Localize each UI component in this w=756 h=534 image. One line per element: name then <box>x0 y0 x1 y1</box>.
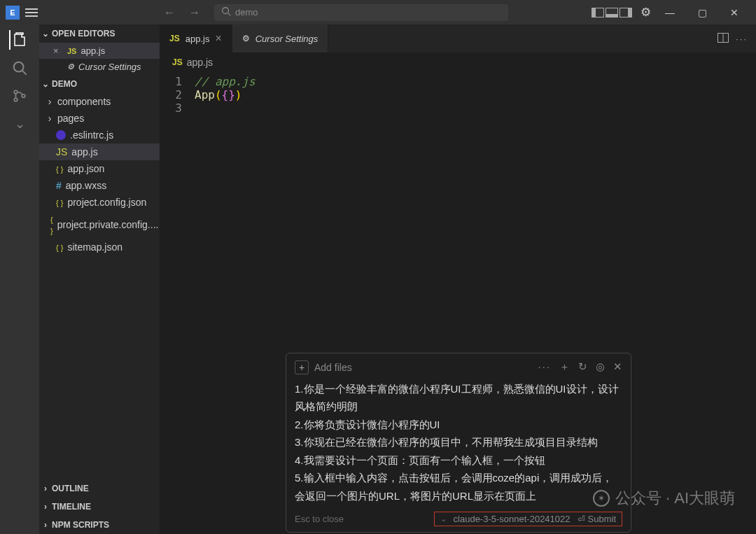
code-text: App({}) <box>195 88 241 101</box>
add-files-button[interactable]: + <box>295 360 309 374</box>
tree-file[interactable]: app.json <box>39 160 160 177</box>
close-icon[interactable]: × <box>53 62 63 72</box>
svg-point-5 <box>14 98 18 101</box>
json-file-icon <box>56 163 63 174</box>
tabs: JS app.js × ⚙ Cursor Settings ··· <box>160 24 756 52</box>
layout-left-icon[interactable] <box>592 8 604 17</box>
svg-point-4 <box>14 90 18 94</box>
chevron-right-icon: › <box>42 502 49 512</box>
menu-icon[interactable] <box>25 8 38 17</box>
folder-name: pages <box>57 113 84 124</box>
project-label: DEMO <box>52 79 77 89</box>
js-file-icon: JS <box>172 57 183 67</box>
section-label: OUTLINE <box>52 484 89 493</box>
folder-name: components <box>57 96 111 107</box>
tree-file[interactable]: project.config.json <box>39 194 160 211</box>
project-header[interactable]: ⌄ DEMO <box>39 75 160 93</box>
gear-icon[interactable]: ⚙ <box>640 5 651 20</box>
activity-bar: ⌄ <box>0 24 39 534</box>
settings-icon: ⚙ <box>242 34 250 43</box>
file-name: app.js <box>71 146 97 157</box>
file-name: app.json <box>67 163 104 174</box>
more-icon[interactable]: ··· <box>538 360 551 374</box>
json-file-icon <box>56 241 63 253</box>
chat-line: 3.你现在已经在微信小程序的项目中，不用帮我生成项目目录结构 <box>295 433 622 451</box>
svg-point-0 <box>223 8 229 14</box>
close-window-button[interactable]: ✕ <box>718 0 750 24</box>
minimize-button[interactable]: — <box>654 0 686 24</box>
outline-header[interactable]: ›OUTLINE <box>39 479 160 498</box>
submit-button[interactable]: ⏎Submit <box>578 514 616 524</box>
back-button[interactable]: ← <box>158 3 181 22</box>
close-icon[interactable]: × <box>215 32 221 45</box>
chat-line: 1.你是一个经验丰富的微信小程序UI工程师，熟悉微信的UI设计，设计风格简约明朗 <box>295 380 622 416</box>
line-number: 3 <box>160 101 195 115</box>
file-name: sitemap.json <box>67 241 122 253</box>
app-icon: E <box>6 6 20 20</box>
breadcrumb[interactable]: JS app.js <box>160 52 756 72</box>
compass-icon[interactable]: ◎ <box>596 360 605 374</box>
tab-label: app.js <box>186 34 210 44</box>
svg-line-1 <box>228 13 231 16</box>
tree-file[interactable]: .eslintrc.js <box>39 127 160 143</box>
refresh-icon[interactable]: ↻ <box>578 360 587 374</box>
open-editor-item[interactable]: × ⚙ Cursor Settings <box>39 59 160 75</box>
open-editors-header[interactable]: ⌄ OPEN EDITORS <box>39 24 160 43</box>
model-name: claude-3-5-sonnet-20241022 <box>454 514 570 524</box>
file-name: app.wxss <box>66 180 106 191</box>
chat-panel: + Add files ··· ＋ ↻ ◎ ✕ 1.你是一个经验丰富的微信小程序… <box>286 353 631 533</box>
file-name: app.js <box>80 45 105 56</box>
chat-line: 5.输入框中输入内容，点击按钮后，会调用coze的api，调用成功后，会返回一个… <box>295 469 622 505</box>
svg-line-3 <box>22 71 27 75</box>
chevron-down-icon: ⌄ <box>440 514 447 524</box>
tab-settings[interactable]: ⚙ Cursor Settings <box>232 24 329 52</box>
line-number: 1 <box>160 75 195 88</box>
tree-folder[interactable]: ›pages <box>39 110 160 127</box>
file-name: .eslintrc.js <box>70 129 113 141</box>
npm-scripts-header[interactable]: ›NPM SCRIPTS <box>39 516 160 534</box>
tree-file[interactable]: project.private.config.... <box>39 211 160 239</box>
tree-file[interactable]: sitemap.json <box>39 239 160 255</box>
open-editor-item[interactable]: × JS app.js <box>39 43 160 59</box>
section-label: TIMELINE <box>52 502 91 512</box>
file-name: project.private.config.... <box>57 219 159 230</box>
layout-controls <box>592 8 632 17</box>
chevron-right-icon: › <box>42 484 49 493</box>
forward-button[interactable]: → <box>183 3 206 22</box>
search-activity-icon[interactable] <box>10 58 29 78</box>
tab-appjs[interactable]: JS app.js × <box>160 24 232 52</box>
timeline-header[interactable]: ›TIMELINE <box>39 498 160 516</box>
close-icon[interactable]: × <box>53 45 63 56</box>
js-file-icon: JS <box>67 47 76 55</box>
sidebar: ⌄ OPEN EDITORS × JS app.js × ⚙ Cursor Se… <box>39 24 160 534</box>
chat-input[interactable]: 1.你是一个经验丰富的微信小程序UI工程师，熟悉微信的UI设计，设计风格简约明朗… <box>295 380 622 505</box>
tree-file[interactable]: app.wxss <box>39 177 160 194</box>
more-icon[interactable]: ··· <box>736 34 748 44</box>
chevron-right-icon: › <box>46 96 53 107</box>
layout-bottom-icon[interactable] <box>606 8 618 17</box>
maximize-button[interactable]: ▢ <box>686 0 718 24</box>
title-bar: E ← → demo ⚙ — ▢ ✕ <box>0 0 756 24</box>
eslint-icon <box>56 130 66 140</box>
split-editor-icon[interactable] <box>718 33 729 45</box>
section-label: NPM SCRIPTS <box>52 520 109 530</box>
wxss-file-icon <box>56 180 62 191</box>
search-text: demo <box>235 7 258 17</box>
search-icon <box>221 6 231 18</box>
search-input[interactable]: demo <box>214 4 508 21</box>
tree-folder[interactable]: ›components <box>39 93 160 110</box>
close-icon[interactable]: ✕ <box>613 360 622 374</box>
explorer-icon[interactable] <box>9 30 29 50</box>
model-selector[interactable]: ⌄ claude-3-5-sonnet-20241022 ⏎Submit <box>434 512 622 526</box>
layout-right-icon[interactable] <box>620 8 632 17</box>
tree-file[interactable]: JSapp.js <box>39 143 160 160</box>
code-editor[interactable]: 1// app.js 2App({}) 3 <box>160 72 756 115</box>
settings-icon: ⚙ <box>67 62 74 71</box>
js-file-icon: JS <box>169 34 180 43</box>
source-control-icon[interactable] <box>10 86 29 106</box>
chevron-down-icon: ⌄ <box>42 29 49 38</box>
json-file-icon <box>50 213 53 236</box>
chevron-down-icon[interactable]: ⌄ <box>10 114 29 134</box>
plus-icon[interactable]: ＋ <box>559 360 570 374</box>
chat-line: 4.我需要设计一个页面：页面有一个输入框，一个按钮 <box>295 451 622 470</box>
